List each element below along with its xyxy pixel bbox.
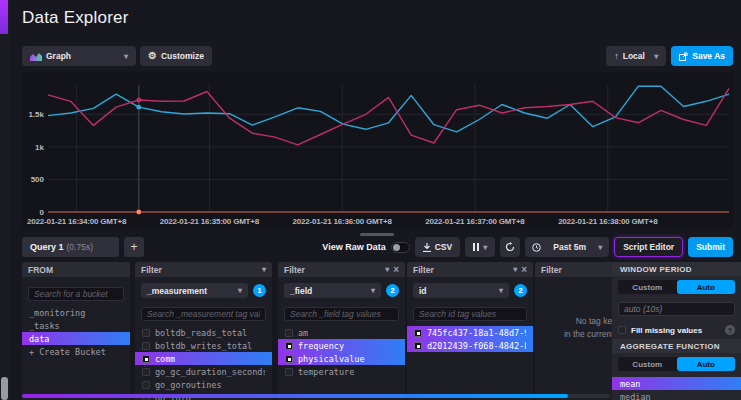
tag-value-list: 745fc437-18a1-48d7-98a6-7…d2012439-f068-… — [407, 326, 533, 352]
tag-value-item[interactable]: frequency — [278, 339, 405, 352]
create-bucket-button[interactable]: + Create Bucket — [22, 345, 130, 358]
submit-label: Submit — [696, 242, 725, 252]
window-period-title: WINDOW PERIOD — [612, 262, 741, 276]
checkbox-icon[interactable] — [142, 342, 150, 350]
chart-series-pink — [48, 88, 729, 145]
horizontal-scrollbar-thumb[interactable] — [22, 394, 568, 398]
help-icon[interactable]: ? — [725, 325, 735, 335]
checkbox-icon[interactable] — [142, 381, 150, 389]
filter-panel-header[interactable]: Filter ▾ × — [407, 262, 533, 277]
chevron-down-icon[interactable]: ▾ — [513, 265, 517, 274]
aggregate-function-item[interactable]: median — [612, 390, 741, 400]
tag-value-search-input[interactable] — [284, 307, 399, 321]
tag-value-item[interactable]: boltdb_writes_total — [135, 339, 272, 352]
save-as-button[interactable]: Save As — [671, 46, 733, 66]
tag-key-dropdown[interactable]: _field ▾ — [284, 283, 381, 298]
page-title: Data Explorer — [22, 8, 129, 28]
rail-brand-accent — [0, 0, 8, 34]
chevron-down-icon: ▾ — [598, 243, 602, 252]
auto-option[interactable]: Auto — [677, 280, 736, 294]
add-query-button[interactable]: + — [124, 237, 144, 257]
chevron-down-icon[interactable]: ▾ — [385, 265, 389, 274]
tag-value-item[interactable]: go_goroutines — [135, 378, 272, 391]
filter-panel-id: Filter ▾ × id ▾ 2 745fc437-18a1-48d7-98a… — [407, 262, 533, 400]
submit-button[interactable]: Submit — [688, 237, 733, 257]
tag-key-dropdown[interactable]: id ▾ — [413, 283, 509, 298]
aggregate-mode-toggle[interactable]: Custom Auto — [618, 357, 735, 371]
from-panel-header[interactable]: FROM — [22, 262, 130, 277]
time-range-dropdown[interactable]: Past 5m ▾ — [525, 237, 609, 257]
chevron-down-icon: ▾ — [483, 243, 487, 252]
checkbox-icon[interactable] — [414, 342, 422, 350]
tag-value-item[interactable]: temperature — [278, 365, 405, 378]
x-axis-tick-label: 2022-01-21 16:36:00 GMT+8 — [293, 217, 393, 226]
tag-value-item[interactable]: comm — [135, 352, 272, 365]
query-tab-name: Query 1 — [30, 242, 64, 252]
close-icon[interactable]: × — [393, 265, 399, 275]
tag-value-label: am — [298, 328, 308, 338]
chevron-down-icon: ▾ — [654, 52, 658, 61]
horizontal-scrollbar-track[interactable] — [22, 394, 610, 398]
from-panel: FROM _monitoring_tasksdata + Create Buck… — [22, 262, 130, 400]
custom-option[interactable]: Custom — [618, 357, 677, 371]
auto-option[interactable]: Auto — [677, 357, 736, 371]
tag-key-dropdown[interactable]: _measurement ▾ — [141, 283, 248, 298]
x-axis-tick-label: 2022-01-21 16:37:00 GMT+8 — [425, 217, 525, 226]
tag-value-item[interactable]: 745fc437-18a1-48d7-98a6-7… — [407, 326, 533, 339]
view-raw-data-label: View Raw Data — [322, 242, 385, 252]
view-raw-data-toggle[interactable] — [391, 242, 410, 253]
tag-key-label: _measurement — [147, 286, 207, 296]
query-controls: View Raw Data CSV ▾ Past 5m ▾ Script Edi… — [322, 237, 733, 257]
checkbox-icon[interactable] — [142, 355, 150, 363]
csv-download-button[interactable]: CSV — [415, 237, 460, 257]
refresh-button[interactable] — [500, 237, 520, 257]
bucket-item[interactable]: data — [22, 332, 130, 345]
query-tab[interactable]: Query 1 (0.75s) — [22, 237, 119, 257]
tag-value-item[interactable]: d2012439-f068-4842-bfef-8… — [407, 339, 533, 352]
customize-button[interactable]: ⚙ Customize — [140, 46, 212, 66]
checkbox-icon[interactable] — [414, 329, 422, 337]
tag-value-search-input[interactable] — [141, 307, 266, 321]
tag-value-search-input[interactable] — [413, 307, 527, 321]
tag-value-item[interactable]: go_gc_duration_seconds — [135, 365, 272, 378]
filter-panel-header[interactable]: Filter ▾ × — [278, 262, 405, 277]
checkbox-icon[interactable] — [285, 342, 293, 350]
tag-value-list: boltdb_reads_totalboltdb_writes_totalcom… — [135, 326, 272, 400]
line-chart[interactable]: 05001k1.5k2022-01-21 16:34:00 GMT+82022-… — [22, 72, 733, 229]
chevron-down-icon[interactable]: ▾ — [262, 265, 266, 274]
panel-resize-handle[interactable] — [360, 233, 394, 236]
tag-value-label: physicalvalue — [298, 354, 365, 364]
query-builder: FROM _monitoring_tasksdata + Create Buck… — [0, 262, 741, 400]
checkbox-icon[interactable] — [285, 368, 293, 376]
hover-point-blue — [136, 105, 141, 110]
x-axis-tick-label: 2022-01-21 16:38:00 GMT+8 — [558, 217, 658, 226]
fill-missing-values-row[interactable]: Fill missing values ? — [612, 320, 741, 339]
local-dropdown[interactable]: ↑ Local ▾ — [606, 46, 666, 66]
aggregate-function-item[interactable]: mean — [612, 377, 741, 390]
filter-panel-header[interactable]: Filter ▾ — [135, 262, 272, 277]
pause-dropdown-button[interactable]: ▾ — [465, 237, 495, 257]
checkbox-icon[interactable] — [285, 355, 293, 363]
bucket-search-input[interactable] — [28, 287, 124, 301]
from-panel-title: FROM — [28, 265, 53, 275]
window-period-input[interactable] — [618, 302, 735, 316]
custom-option[interactable]: Custom — [618, 280, 677, 294]
checkbox-icon[interactable] — [142, 368, 150, 376]
checkbox-icon[interactable] — [285, 329, 293, 337]
tag-value-item[interactable]: am — [278, 326, 405, 339]
close-icon[interactable]: × — [521, 265, 527, 275]
time-range-label: Past 5m — [553, 242, 586, 252]
visualization-type-dropdown[interactable]: Graph ▾ — [22, 46, 136, 66]
bucket-item[interactable]: _monitoring — [22, 306, 130, 319]
bucket-item[interactable]: _tasks — [22, 319, 130, 332]
tag-value-item[interactable]: physicalvalue — [278, 352, 405, 365]
aggregate-function-list: meanmedianlast — [612, 377, 741, 400]
checkbox-icon[interactable] — [142, 329, 150, 337]
graph-type-icon — [30, 52, 42, 61]
filter-panel-field: Filter ▾ × _field ▾ 2 amfrequencyphysica… — [278, 262, 405, 400]
checkbox-icon[interactable] — [618, 326, 626, 334]
window-period-mode-toggle[interactable]: Custom Auto — [618, 280, 735, 294]
script-editor-button[interactable]: Script Editor — [614, 237, 683, 257]
tag-value-item[interactable]: boltdb_reads_total — [135, 326, 272, 339]
chevron-down-icon: ▾ — [371, 286, 375, 295]
